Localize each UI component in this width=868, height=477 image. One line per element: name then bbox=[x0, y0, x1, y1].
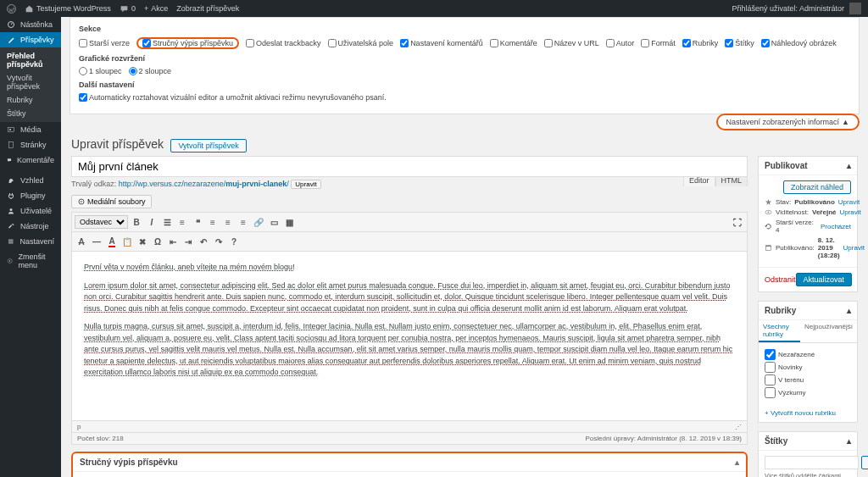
add-new-button[interactable]: Vytvořit příspěvek bbox=[170, 139, 246, 153]
layout-radio[interactable]: 1 sloupec bbox=[79, 67, 122, 75]
align-right-button[interactable]: ≡ bbox=[236, 215, 250, 229]
menu-dashboard[interactable]: Nástěnka bbox=[0, 17, 61, 32]
menu-comments[interactable]: Komentáře bbox=[0, 153, 61, 168]
bullet-list-button[interactable]: ☰ bbox=[160, 215, 174, 229]
more-button[interactable]: ▭ bbox=[267, 215, 281, 229]
new-content[interactable]: + Akce bbox=[144, 4, 168, 13]
edit-visibility-link[interactable]: Upravit bbox=[839, 208, 860, 216]
layout-radio[interactable]: 2 sloupce bbox=[129, 67, 172, 75]
screen-option-checkbox[interactable]: Rubriky bbox=[682, 39, 719, 47]
screen-option-checkbox[interactable]: Název v URL bbox=[544, 39, 599, 47]
more-checkbox[interactable]: Automaticky roztahovat vizuální editor a… bbox=[79, 93, 387, 102]
strike-button[interactable]: A bbox=[75, 235, 88, 248]
screen-option-checkbox[interactable]: Autor bbox=[606, 39, 635, 47]
pop-cats-tab[interactable]: Nejpoužívanější bbox=[800, 320, 857, 342]
svg-point-3 bbox=[9, 129, 11, 130]
publish-heading[interactable]: Publikovat▴ bbox=[759, 157, 857, 175]
screen-option-checkbox[interactable]: Štítky bbox=[725, 39, 754, 47]
textcolor-button[interactable]: A bbox=[105, 235, 119, 248]
submenu-new-post[interactable]: Vytvořit příspěvek bbox=[0, 71, 61, 93]
add-media-button[interactable]: Mediální soubory bbox=[71, 195, 152, 208]
clear-format-button[interactable]: ✖ bbox=[136, 235, 149, 248]
screen-options-tab[interactable]: Nastavení zobrazených informací ▲ bbox=[716, 114, 860, 130]
view-post[interactable]: Zobrazit příspěvek bbox=[176, 4, 239, 13]
screen-option-checkbox[interactable]: Komentáře bbox=[490, 39, 537, 47]
redo-button[interactable]: ↷ bbox=[212, 235, 225, 248]
paste-text-button[interactable]: 📋 bbox=[120, 235, 134, 248]
menu-appearance[interactable]: Vzhled bbox=[0, 173, 61, 188]
menu-settings[interactable]: Nastavení bbox=[0, 234, 61, 249]
add-tag-button[interactable]: Přidat bbox=[861, 456, 868, 469]
wp-logo[interactable] bbox=[7, 4, 16, 14]
my-account[interactable]: Přihlášený uživatel: Administrátor bbox=[732, 4, 844, 13]
screen-option-checkbox[interactable]: Nastavení komentářů bbox=[400, 39, 483, 47]
menu-posts[interactable]: Příspěvky bbox=[0, 32, 61, 47]
toolbar-toggle-button[interactable]: ▦ bbox=[282, 215, 296, 229]
screen-option-checkbox[interactable]: Uživatelská pole bbox=[328, 39, 394, 47]
submenu-all-posts[interactable]: Přehled příspěvků bbox=[0, 49, 61, 71]
site-name[interactable]: Testujeme WordPress bbox=[25, 4, 111, 14]
screen-option-checkbox[interactable]: Formát bbox=[641, 39, 676, 47]
category-checkbox[interactable]: Výzkumy bbox=[765, 386, 851, 399]
blockquote-button[interactable]: ❝ bbox=[191, 215, 204, 229]
categories-heading[interactable]: Rubriky▴ bbox=[759, 302, 857, 320]
screen-option-checkbox[interactable]: Náhledový obrázek bbox=[761, 39, 837, 47]
submenu-categories[interactable]: Rubriky bbox=[0, 93, 61, 107]
special-char-button[interactable]: Ω bbox=[151, 235, 164, 248]
fullscreen-button[interactable]: ⛶ bbox=[731, 215, 744, 229]
menu-plugins[interactable]: Pluginy bbox=[0, 188, 61, 203]
svg-rect-6 bbox=[8, 240, 14, 241]
comments-count[interactable]: 0 bbox=[120, 4, 136, 14]
number-list-button[interactable]: ≡ bbox=[175, 215, 189, 229]
svg-point-12 bbox=[768, 212, 770, 214]
menu-users[interactable]: Uživatelé bbox=[0, 203, 61, 219]
content-editor[interactable]: První věta v novém článku, aneb vítejte … bbox=[71, 252, 748, 421]
tags-heading[interactable]: Štítky▴ bbox=[759, 432, 857, 451]
admin-menu: Nástěnka Příspěvky Přehled příspěvků Vyt… bbox=[0, 17, 61, 477]
menu-tools[interactable]: Nástroje bbox=[0, 219, 61, 234]
edit-date-link[interactable]: Upravit bbox=[843, 244, 865, 252]
submenu-tags[interactable]: Štítky bbox=[0, 107, 61, 120]
outdent-button[interactable]: ⇤ bbox=[166, 235, 180, 248]
italic-button[interactable]: I bbox=[145, 215, 159, 229]
bold-button[interactable]: B bbox=[130, 215, 143, 229]
align-center-button[interactable]: ≡ bbox=[221, 215, 235, 229]
align-left-button[interactable]: ≡ bbox=[206, 215, 220, 229]
category-checkbox[interactable]: Novinky bbox=[765, 361, 851, 374]
preview-button[interactable]: Zobrazit náhled bbox=[783, 180, 851, 194]
help-button[interactable]: ? bbox=[227, 235, 241, 248]
add-category-link[interactable]: + Vytvořit novou rubriku bbox=[765, 409, 836, 417]
all-cats-tab[interactable]: Všechny rubriky bbox=[759, 320, 800, 342]
category-checkbox[interactable]: Nezařazené bbox=[765, 348, 851, 361]
visibility-icon bbox=[765, 208, 772, 216]
edit-slug-button[interactable]: Upravit bbox=[291, 180, 320, 189]
browse-revisions-link[interactable]: Procházet bbox=[821, 223, 851, 230]
avatar[interactable] bbox=[849, 3, 861, 14]
screen-options-layout-heading: Grafické rozvržení bbox=[79, 54, 850, 63]
format-select[interactable]: Odstavec bbox=[75, 215, 128, 229]
update-button[interactable]: Aktualizovat bbox=[796, 273, 853, 286]
page-title: Upravit příspěvek bbox=[71, 137, 164, 151]
menu-pages[interactable]: Stránky bbox=[0, 137, 61, 153]
screen-option-checkbox[interactable]: Starší verze bbox=[79, 39, 130, 47]
editor-toolbar-2: A — A 📋 ✖ Ω ⇤ ⇥ ↶ ↷ ? bbox=[71, 232, 748, 252]
svg-rect-7 bbox=[8, 241, 14, 242]
link-button[interactable]: 🔗 bbox=[252, 215, 265, 229]
menu-media[interactable]: Média bbox=[0, 122, 61, 137]
category-checkbox[interactable]: V terénu bbox=[765, 374, 851, 386]
indent-button[interactable]: ⇥ bbox=[181, 235, 195, 248]
screen-options-more-heading: Další nastavení bbox=[79, 80, 850, 89]
post-title-input[interactable] bbox=[71, 156, 748, 177]
undo-button[interactable]: ↶ bbox=[197, 235, 210, 248]
screen-option-checkbox[interactable]: Odeslat trackbacky bbox=[246, 39, 321, 47]
screen-option-checkbox[interactable]: Stručný výpis příspěvku bbox=[136, 37, 239, 49]
excerpt-heading[interactable]: Stručný výpis příspěvku▴ bbox=[73, 453, 746, 472]
tags-box: Štítky▴ Přidat Více štítků oddělte čárka… bbox=[758, 431, 858, 477]
collapse-menu[interactable]: Zmenšit menu bbox=[0, 249, 61, 273]
publish-box: Publikovat▴ Zobrazit náhled Stav: Publik… bbox=[758, 156, 858, 292]
tag-input[interactable] bbox=[765, 456, 859, 469]
permalink-link[interactable]: http://wp.versus.cz/nezarazene/muj-prvni… bbox=[119, 180, 289, 188]
trash-link[interactable]: Odstranit bbox=[765, 275, 796, 284]
hr-button[interactable]: — bbox=[90, 235, 103, 248]
edit-status-link[interactable]: Upravit bbox=[838, 198, 860, 206]
